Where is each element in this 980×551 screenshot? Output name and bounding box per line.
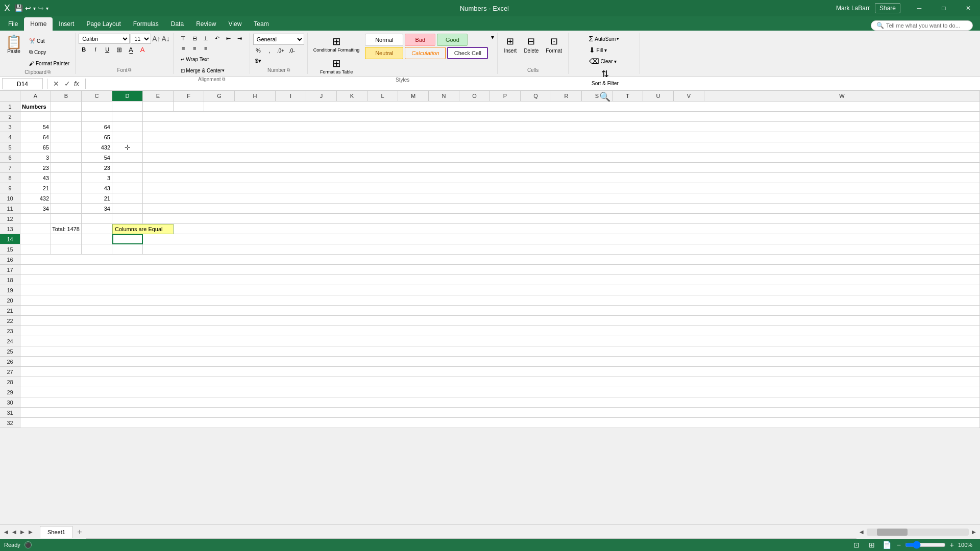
row-num-28[interactable]: 28: [0, 377, 20, 387]
cell-b11[interactable]: [51, 204, 82, 214]
col-header-j[interactable]: J: [306, 91, 337, 101]
scroll-left-icon[interactable]: ◀: [857, 528, 866, 536]
comma-button[interactable]: ,: [264, 46, 275, 55]
font-size-select[interactable]: 11: [131, 34, 151, 44]
bold-button[interactable]: B: [79, 45, 89, 54]
cell-b12[interactable]: [51, 214, 82, 224]
cell-d12[interactable]: [112, 214, 143, 224]
cell-e7[interactable]: [143, 163, 980, 173]
merge-dropdown-icon[interactable]: ▾: [222, 68, 225, 73]
tab-review[interactable]: Review: [190, 17, 222, 31]
cell-a9[interactable]: 21: [20, 183, 51, 193]
row-num-4[interactable]: 4: [0, 132, 20, 142]
autosum-button[interactable]: Σ AutoSum ▾: [586, 34, 622, 44]
row-num-13[interactable]: 13: [0, 224, 20, 234]
scroll-sheets-left2[interactable]: ◀: [10, 528, 18, 536]
align-top-button[interactable]: ⊤: [178, 34, 188, 43]
cell-c3[interactable]: 64: [82, 122, 112, 132]
fill-color-button[interactable]: A̲: [126, 45, 136, 54]
col-header-d[interactable]: D: [112, 91, 143, 101]
col-header-r[interactable]: R: [551, 91, 582, 101]
col-header-v[interactable]: V: [674, 91, 704, 101]
cell-c13[interactable]: [82, 224, 112, 234]
undo-icon[interactable]: ↩: [25, 4, 31, 12]
format-as-table-button[interactable]: ⊞ Format as Table: [311, 56, 362, 76]
scroll-right-icon[interactable]: ▶: [970, 528, 978, 536]
scroll-sheets-left[interactable]: ◀: [2, 528, 10, 536]
col-header-m[interactable]: M: [398, 91, 429, 101]
tab-formulas[interactable]: Formulas: [127, 17, 165, 31]
col-header-f[interactable]: F: [174, 91, 204, 101]
number-dialog-icon[interactable]: ⧉: [287, 67, 290, 73]
save-icon[interactable]: 💾: [14, 4, 23, 12]
customize-qa-icon[interactable]: ▾: [46, 6, 48, 11]
merge-center-button[interactable]: ⊡ Merge & Center ▾: [178, 65, 227, 76]
cell-b8[interactable]: [51, 173, 82, 183]
row-num-26[interactable]: 26: [0, 357, 20, 367]
font-family-select[interactable]: Calibri: [79, 34, 130, 44]
col-header-b[interactable]: B: [51, 91, 82, 101]
cell-e2[interactable]: [143, 112, 980, 122]
col-header-g[interactable]: G: [204, 91, 235, 101]
bad-style-button[interactable]: Bad: [405, 34, 435, 46]
row-num-7[interactable]: 7: [0, 163, 20, 173]
neutral-style-button[interactable]: Neutral: [365, 47, 403, 59]
minimize-button[interactable]: ─: [908, 0, 931, 16]
row-num-1[interactable]: 1: [0, 102, 20, 112]
row-num-11[interactable]: 11: [0, 204, 20, 214]
cell-a8[interactable]: 43: [20, 173, 51, 183]
cell-b9[interactable]: [51, 183, 82, 193]
cell-a2[interactable]: [20, 112, 51, 122]
col-header-h[interactable]: H: [235, 91, 276, 101]
tab-view[interactable]: View: [223, 17, 248, 31]
row-num-21[interactable]: 21: [0, 306, 20, 316]
cell-d11[interactable]: [112, 204, 143, 214]
decrease-font-icon[interactable]: A↓: [161, 35, 169, 43]
percent-button[interactable]: %: [253, 46, 263, 55]
increase-decimal-button[interactable]: .0+: [276, 46, 286, 55]
cell-e12[interactable]: [143, 214, 980, 224]
cell-c4[interactable]: 65: [82, 132, 112, 142]
font-dialog-icon[interactable]: ⧉: [128, 67, 131, 73]
cell-e11[interactable]: [143, 204, 980, 214]
cell-d4[interactable]: [112, 132, 143, 142]
cell-c7[interactable]: 23: [82, 163, 112, 173]
cell-e8[interactable]: [143, 173, 980, 183]
increase-font-icon[interactable]: A↑: [152, 35, 160, 43]
cell-a7[interactable]: 23: [20, 163, 51, 173]
italic-button[interactable]: I: [90, 45, 101, 54]
cell-b15[interactable]: [51, 244, 82, 255]
cell-b3[interactable]: [51, 122, 82, 132]
cell-a3[interactable]: 54: [20, 122, 51, 132]
cell-a13[interactable]: [20, 224, 51, 234]
view-normal-icon[interactable]: ⊡: [851, 539, 862, 550]
cell-c2[interactable]: [82, 112, 112, 122]
cell-b7[interactable]: [51, 163, 82, 173]
cell-c10[interactable]: 21: [82, 193, 112, 204]
row-num-17[interactable]: 17: [0, 265, 20, 275]
font-color-button[interactable]: A: [137, 45, 148, 54]
row-num-19[interactable]: 19: [0, 285, 20, 295]
insert-button[interactable]: ⊞ Insert: [501, 34, 520, 56]
row-num-25[interactable]: 25: [0, 346, 20, 357]
cell-b1[interactable]: [51, 102, 82, 112]
autosum-dropdown[interactable]: ▾: [617, 36, 619, 41]
cell-a1[interactable]: Numbers: [20, 102, 51, 112]
cell-d7[interactable]: [112, 163, 143, 173]
cell-d1[interactable]: [112, 102, 143, 112]
cell-b14[interactable]: [51, 234, 82, 244]
align-right-button[interactable]: ≡: [201, 44, 211, 53]
col-header-e[interactable]: E: [143, 91, 174, 101]
normal-style-button[interactable]: Normal: [365, 34, 403, 46]
view-page-layout-icon[interactable]: 📄: [881, 539, 893, 550]
col-header-o[interactable]: O: [459, 91, 490, 101]
text-direction-button[interactable]: ↶: [212, 34, 222, 43]
cell-b5[interactable]: [51, 142, 82, 153]
scroll-sheets-right[interactable]: ▶: [18, 528, 27, 536]
row-num-18[interactable]: 18: [0, 275, 20, 285]
cell-a4[interactable]: 64: [20, 132, 51, 142]
conditional-formatting-button[interactable]: ⊞ Conditional Formatting: [311, 34, 362, 55]
col-header-i[interactable]: I: [276, 91, 306, 101]
cell-a12[interactable]: [20, 214, 51, 224]
cell-d15[interactable]: [112, 244, 143, 255]
